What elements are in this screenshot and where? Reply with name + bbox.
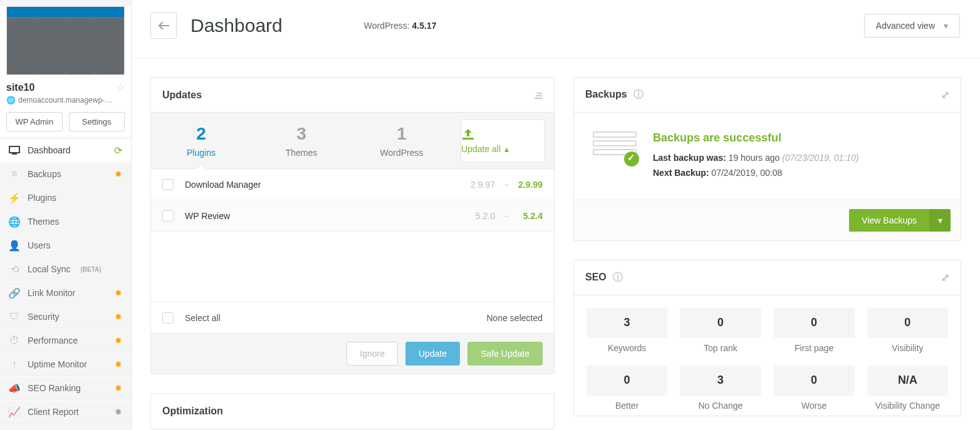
seo-label: First page: [774, 343, 855, 353]
view-backups-dropdown[interactable]: ▾: [929, 209, 951, 232]
advanced-view-label: Advanced view: [876, 21, 935, 31]
refresh-icon[interactable]: ⟳: [114, 145, 122, 156]
expand-icon[interactable]: ⤢: [941, 89, 949, 101]
new-version: 5.2.4: [518, 211, 543, 221]
seo-title: SEO: [585, 272, 607, 282]
update-button[interactable]: Update: [405, 342, 460, 366]
site-name: site10: [6, 82, 34, 93]
sidebar-item-performance[interactable]: ⏱Performance ✸: [0, 329, 131, 352]
old-version: 2.9.97: [471, 180, 495, 190]
plugin-name[interactable]: Download Manager: [185, 180, 471, 190]
checkbox[interactable]: [162, 179, 174, 190]
upload-icon: [461, 128, 545, 140]
sidebar-item-local-sync[interactable]: ⟲Local Sync(BETA): [0, 257, 131, 281]
plugins-label: Plugins: [151, 148, 251, 158]
last-backup-when: (07/23/2019, 01:10): [782, 153, 858, 163]
sidebar-item-plugins[interactable]: ⚡Plugins: [0, 186, 131, 210]
seo-value: 0: [774, 366, 855, 396]
main: Dashboard WordPress: 4.5.17 Advanced vie…: [132, 0, 980, 430]
seo-value: N/A: [867, 366, 948, 396]
new-version: 2.9.99: [518, 180, 543, 190]
sidebar-item-security[interactable]: 🛡Security ✸: [0, 305, 131, 329]
premium-icon: ✸: [115, 383, 122, 393]
site-card: site10 ☆ 🌐 demoaccount.managewp-… WP Adm…: [0, 6, 131, 138]
update-all-button[interactable]: Update all▴: [461, 119, 545, 162]
seo-panel: SEOⓘ ⤢ 3Keywords 0Top rank 0First page 0…: [573, 260, 961, 416]
settings-button[interactable]: Settings: [69, 112, 125, 131]
backups-panel: Backupsⓘ ⤢ Backups are successful Last b…: [573, 77, 961, 241]
seo-value: 0: [867, 308, 948, 338]
seo-label: Top rank: [680, 343, 761, 353]
plugin-name[interactable]: WP Review: [185, 211, 476, 221]
page-title: Dashboard: [190, 15, 283, 36]
wp-admin-button[interactable]: WP Admin: [6, 112, 63, 131]
site-url[interactable]: demoaccount.managewp-…: [18, 96, 112, 105]
sidebar-item-users[interactable]: 👤Users: [0, 233, 131, 257]
wordpress-label: WordPress: [352, 148, 452, 158]
advanced-view-button[interactable]: Advanced view ▾: [864, 14, 960, 38]
sidebar-item-seo-ranking[interactable]: 📣SEO Ranking ✸: [0, 376, 131, 400]
seo-tile-no-change[interactable]: 3No Change: [680, 366, 761, 411]
optimization-panel: Optimization: [150, 393, 555, 429]
sidebar-item-label: Security: [28, 312, 60, 322]
view-backups-button[interactable]: View Backups: [849, 209, 929, 232]
seo-tile-top-rank[interactable]: 0Top rank: [680, 308, 761, 353]
svg-rect-4: [537, 93, 542, 94]
back-button[interactable]: [150, 13, 177, 39]
seo-grid: 3Keywords 0Top rank 0First page 0Visibil…: [574, 295, 961, 416]
tab-plugins[interactable]: 2 Plugins: [151, 113, 251, 168]
last-backup-value: 19 hours ago: [729, 153, 780, 163]
chart-icon: 📈: [9, 406, 20, 417]
select-all-checkbox[interactable]: [162, 312, 174, 324]
sidebar-item-backups[interactable]: ≡Backups ✸: [0, 162, 131, 186]
seo-label: Better: [586, 401, 667, 411]
favorite-icon[interactable]: ☆: [116, 81, 125, 93]
update-row: Download Manager 2.9.97 → 2.9.99: [151, 169, 554, 200]
seo-value: 3: [680, 366, 761, 396]
seo-value: 0: [680, 308, 761, 338]
seo-tile-better[interactable]: 0Better: [586, 366, 667, 411]
info-icon[interactable]: ⓘ: [613, 272, 623, 282]
site-thumbnail[interactable]: [6, 6, 125, 75]
safe-update-button[interactable]: Safe Update: [467, 342, 543, 366]
premium-icon: ✸: [115, 335, 122, 346]
sidebar-item-label: Backups: [28, 169, 61, 179]
tab-themes[interactable]: 3 Themes: [251, 113, 352, 168]
select-all-label[interactable]: Select all: [185, 313, 221, 323]
seo-tile-visibility[interactable]: 0Visibility: [867, 308, 948, 353]
optimization-title: Optimization: [162, 406, 223, 417]
wordpress-version: WordPress: 4.5.17: [364, 21, 437, 31]
seo-tile-visibility-change[interactable]: N/AVisibility Change: [867, 366, 948, 411]
user-icon: 👤: [9, 240, 20, 251]
expand-icon[interactable]: ⤢: [941, 272, 949, 284]
old-version: 5.2.0: [476, 211, 495, 221]
plug-icon: ⚡: [9, 192, 20, 203]
checkbox[interactable]: [162, 210, 174, 222]
sidebar-item-link-monitor[interactable]: 🔗Link Monitor ✸: [0, 281, 131, 305]
svg-rect-2: [534, 98, 542, 99]
sidebar-nav: Dashboard ⟳ ≡Backups ✸ ⚡Plugins 🌐Themes …: [0, 138, 131, 424]
update-rows: Download Manager 2.9.97 → 2.9.99 WP Revi…: [151, 169, 554, 302]
update-tabs: 2 Plugins 3 Themes 1 WordPress: [151, 113, 554, 169]
next-backup-value: 07/24/2019, 00:08: [711, 168, 782, 178]
sidebar-item-label: Dashboard: [28, 145, 71, 155]
sidebar-item-client-report[interactable]: 📈Client Report ✸: [0, 400, 131, 424]
sidebar-item-themes[interactable]: 🌐Themes: [0, 210, 131, 233]
gear-icon[interactable]: ✸: [115, 407, 122, 417]
updates-title: Updates: [162, 90, 202, 101]
uptime-icon: ↑: [9, 359, 20, 370]
seo-tile-worse[interactable]: 0Worse: [774, 366, 855, 411]
backups-title: Backups: [585, 89, 627, 100]
info-icon[interactable]: ⓘ: [633, 89, 644, 100]
tab-wordpress[interactable]: 1 WordPress: [352, 113, 452, 168]
ignore-button[interactable]: Ignore: [347, 342, 398, 366]
page-header: Dashboard WordPress: 4.5.17 Advanced vie…: [132, 0, 980, 58]
sidebar-item-dashboard[interactable]: Dashboard ⟳: [0, 138, 131, 162]
sort-icon[interactable]: [534, 91, 543, 100]
wp-version-value: 4.5.17: [412, 21, 437, 31]
sidebar-item-uptime-monitor[interactable]: ↑Uptime Monitor ✸: [0, 352, 131, 376]
seo-tile-keywords[interactable]: 3Keywords: [586, 308, 667, 353]
premium-icon: ✸: [115, 359, 122, 369]
sidebar: site10 ☆ 🌐 demoaccount.managewp-… WP Adm…: [0, 0, 132, 430]
seo-tile-first-page[interactable]: 0First page: [774, 308, 855, 353]
